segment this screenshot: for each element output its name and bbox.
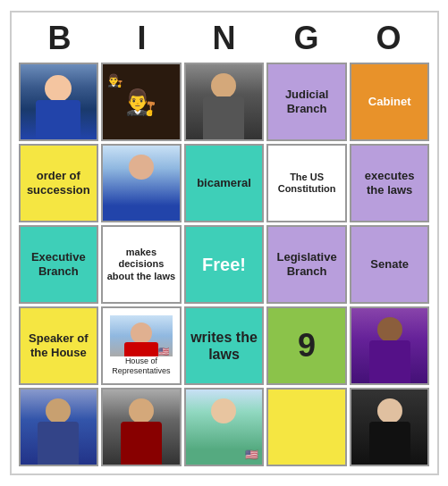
executive-branch-label: Executive Branch bbox=[24, 250, 94, 278]
photo-woman1 bbox=[103, 146, 180, 221]
cell-r1c1[interactable] bbox=[101, 144, 182, 222]
cell-cabinet[interactable]: Cabinet bbox=[350, 63, 430, 141]
cell-r4c0[interactable] bbox=[19, 388, 99, 466]
cell-order-succession-1[interactable]: order of succession bbox=[19, 144, 99, 222]
order-succession-1-label: order of succession bbox=[24, 169, 94, 197]
letter-g: G bbox=[268, 20, 345, 57]
cell-r0c0[interactable] bbox=[19, 63, 99, 141]
number-9-label: 9 bbox=[298, 327, 316, 364]
photo-biden bbox=[21, 64, 97, 139]
cell-harris[interactable] bbox=[350, 306, 430, 385]
cell-pelosi[interactable] bbox=[184, 388, 265, 466]
makes-decisions-label: makes decisions about the laws bbox=[106, 247, 176, 282]
bicameral-label: bicameral bbox=[197, 176, 251, 190]
photo-pelosi bbox=[186, 390, 263, 465]
cell-free[interactable]: Free! bbox=[184, 225, 265, 304]
cabinet-label: Cabinet bbox=[368, 95, 411, 109]
bingo-header: B I N G O bbox=[19, 20, 430, 57]
bingo-grid: 👨‍⚖️ Judicial Branch Cabinet order of su… bbox=[19, 63, 430, 466]
cell-senate[interactable]: Senate bbox=[350, 225, 430, 304]
photo-judge bbox=[351, 390, 428, 465]
cell-order-succession-2[interactable] bbox=[266, 388, 347, 466]
cell-executive-branch[interactable]: Executive Branch bbox=[19, 225, 99, 304]
cell-r4c1[interactable] bbox=[101, 388, 182, 466]
senate-label: Senate bbox=[370, 257, 409, 272]
cell-speaker-house[interactable]: Speaker of the House bbox=[19, 306, 99, 385]
judicial-branch-label: Judicial Branch bbox=[272, 88, 342, 115]
cell-house-photo[interactable]: 🇺🇸 House of Representatives bbox=[101, 306, 182, 385]
writes-laws-label: writes the laws bbox=[190, 329, 259, 363]
cell-r0c1[interactable]: 👨‍⚖️ bbox=[101, 63, 182, 141]
speaker-house-label: Speaker of the House bbox=[24, 331, 94, 359]
house-label: House of Representatives bbox=[110, 356, 173, 376]
cell-bicameral[interactable]: bicameral bbox=[184, 144, 265, 222]
photo-blinken bbox=[21, 390, 97, 465]
letter-n: N bbox=[186, 20, 263, 57]
cell-r0c2[interactable] bbox=[184, 63, 265, 141]
cell-judicial-branch[interactable]: Judicial Branch bbox=[266, 63, 347, 141]
photo-person3 bbox=[186, 64, 263, 139]
us-constitution-label: The US Constitution bbox=[272, 172, 342, 195]
free-label: Free! bbox=[202, 254, 246, 275]
executes-laws-label: executes the laws bbox=[355, 169, 425, 197]
legislative-branch-label: Legislative Branch bbox=[272, 250, 342, 278]
cell-legislative-branch[interactable]: Legislative Branch bbox=[266, 225, 347, 304]
bingo-card: B I N G O 👨‍⚖️ Judicial Branch Cabinet o… bbox=[10, 11, 439, 475]
letter-o: O bbox=[351, 20, 427, 57]
photo-scotus: 👨‍⚖️ bbox=[103, 64, 180, 139]
photo-harris bbox=[351, 308, 428, 383]
letter-i: I bbox=[104, 20, 181, 57]
cell-us-constitution[interactable]: The US Constitution bbox=[266, 144, 347, 222]
cell-executes-laws[interactable]: executes the laws bbox=[350, 144, 430, 222]
cell-judge[interactable] bbox=[350, 388, 430, 466]
photo-man3 bbox=[103, 390, 180, 465]
cell-makes-decisions[interactable]: makes decisions about the laws bbox=[101, 225, 182, 304]
cell-writes-laws[interactable]: writes the laws bbox=[184, 306, 265, 385]
cell-number-9[interactable]: 9 bbox=[266, 306, 347, 385]
letter-b: B bbox=[21, 20, 98, 57]
